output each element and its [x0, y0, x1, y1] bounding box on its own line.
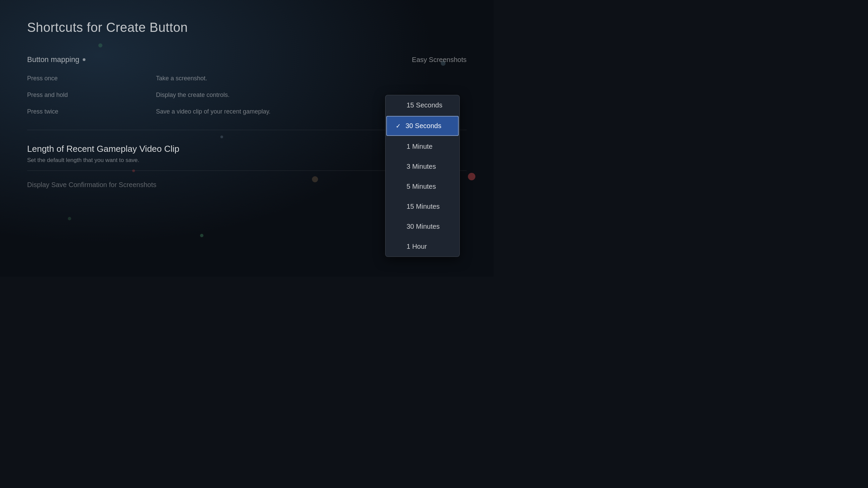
dropdown-item-15s[interactable]: 15 Seconds	[386, 95, 459, 115]
dropdown-item-5m[interactable]: 5 Minutes	[386, 177, 459, 197]
dropdown-label-1h: 1 Hour	[407, 243, 427, 250]
dropdown-item-1m[interactable]: 1 Minute	[386, 137, 459, 157]
dropdown-item-15m[interactable]: 15 Minutes	[386, 197, 459, 217]
dropdown-label-1m: 1 Minute	[407, 143, 433, 150]
dropdown-label-5m: 5 Minutes	[407, 183, 436, 190]
dropdown-item-30s[interactable]: ✓ 30 Seconds	[386, 116, 459, 136]
dropdown-label-15s: 15 Seconds	[407, 101, 442, 109]
dot-indicator	[83, 58, 85, 61]
setting-row-press-once: Press once Take a screenshot.	[27, 74, 467, 83]
dropdown-item-30m[interactable]: 30 Minutes	[386, 217, 459, 237]
section-header: Button mapping Easy Screenshots	[27, 55, 467, 64]
dropdown-menu: 15 Seconds ✓ 30 Seconds 1 Minute 3 Minut…	[385, 95, 460, 257]
section-title: Button mapping	[27, 55, 85, 64]
dropdown-item-3m[interactable]: 3 Minutes	[386, 157, 459, 177]
check-icon-30s: ✓	[396, 122, 401, 130]
section-value: Easy Screenshots	[412, 56, 467, 64]
press-hold-label: Press and hold	[27, 91, 156, 99]
dropdown-label-30s: 30 Seconds	[406, 122, 441, 130]
dropdown-label-30m: 30 Minutes	[407, 223, 440, 230]
dropdown-overlay: 15 Seconds ✓ 30 Seconds 1 Minute 3 Minut…	[385, 95, 460, 257]
dropdown-label-3m: 3 Minutes	[407, 163, 436, 170]
dropdown-item-1h[interactable]: 1 Hour	[386, 237, 459, 257]
dropdown-label-15m: 15 Minutes	[407, 203, 440, 210]
press-once-desc: Take a screenshot.	[156, 74, 467, 83]
press-twice-label: Press twice	[27, 107, 156, 116]
page-title: Shortcuts for Create Button	[27, 20, 467, 35]
press-once-label: Press once	[27, 74, 156, 83]
